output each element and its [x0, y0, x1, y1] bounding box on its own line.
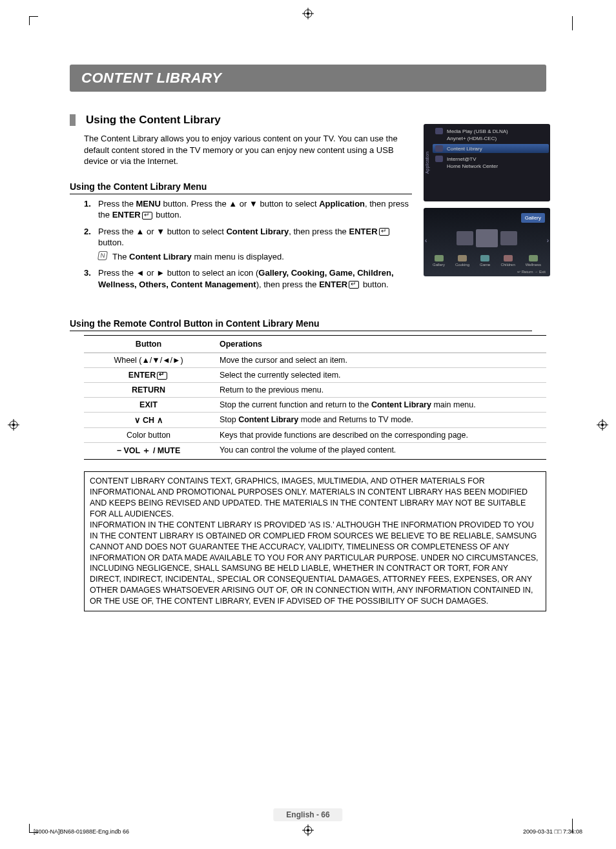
enter-icon — [157, 372, 167, 380]
imprint-filename: [8000-NA]BN68-01988E-Eng.indb 66 — [34, 828, 129, 835]
tv-content-library-screenshot: ‹ › Gallery Gallery Cooking Game Childre… — [424, 208, 550, 276]
step-number: 1. — [84, 198, 91, 210]
category-icon: Cooking — [455, 255, 469, 267]
nav-hint: ↩ Return → Exit — [426, 269, 548, 274]
selected-category-tag: Gallery — [521, 213, 545, 223]
subsection-heading: Using the Remote Control Button in Conte… — [70, 318, 532, 331]
crop-mark — [572, 16, 573, 30]
svg-point-0 — [304, 10, 312, 17]
step-item: 1. Press the MENU button. Press the ▲ or… — [84, 198, 412, 221]
op-cell: Stop the current function and return to … — [213, 398, 546, 413]
menu-item: Home Network Center — [435, 163, 546, 169]
section-heading-text: Using the Content Library — [86, 114, 221, 127]
thumbnail — [476, 229, 498, 247]
op-cell: Select the currently selected item. — [213, 368, 546, 383]
button-cell: ENTER — [84, 368, 213, 383]
table-header: Button — [84, 336, 213, 353]
button-cell: − VOL ＋ / MUTE — [84, 443, 213, 460]
arrow-right-icon: › — [547, 237, 549, 244]
table-row: ∨ CH ∧ Stop Content Library mode and Ret… — [84, 413, 546, 428]
menu-item: Internet@TV — [435, 156, 546, 162]
note-icon: N — [98, 251, 108, 260]
menu-icon — [435, 128, 443, 134]
table-row: Wheel (▲/▼/◄/►) Move the cursor and sele… — [84, 353, 546, 368]
button-cell: RETURN — [84, 383, 213, 398]
menu-item: Anynet+ (HDMI-CEC) — [435, 135, 546, 141]
svg-point-5 — [307, 829, 309, 832]
arrow-left-icon: ‹ — [425, 237, 427, 244]
svg-point-8 — [10, 421, 17, 429]
step-number: 2. — [84, 226, 91, 238]
menu-icon — [435, 145, 443, 152]
disclaimer-box: CONTENT LIBRARY CONTAINS TEXT, GRAPHICS,… — [84, 471, 546, 611]
menu-item: Media Play (USB & DLNA) — [435, 128, 546, 134]
menu-item-selected: Content Library — [433, 144, 549, 153]
crop-mark — [29, 16, 38, 25]
imprint-timestamp: 2009-03-31 □□ 7:36:08 — [523, 828, 582, 835]
enter-icon — [349, 281, 359, 289]
category-icon: Wellness — [526, 255, 541, 267]
subsection-heading: Using the Content Library Menu — [70, 181, 412, 194]
table-row: RETURN Return to the previous menu. — [84, 383, 546, 398]
menu-category-label: Application — [425, 152, 429, 174]
op-cell: You can control the volume of the played… — [213, 443, 546, 460]
heading-marker-icon — [70, 114, 76, 126]
tv-menu-screenshot: Application Media Play (USB & DLNA) Anyn… — [424, 124, 550, 201]
button-cell: Color button — [84, 428, 213, 443]
steps-list: 1. Press the MENU button. Press the ▲ or… — [84, 198, 412, 291]
op-cell: Return to the previous menu. — [213, 383, 546, 398]
step-item: 3. Press the ◄ or ► button to select an … — [84, 267, 412, 290]
category-icon: Children — [500, 255, 515, 267]
page-footer: English - 66 — [273, 808, 342, 821]
svg-point-9 — [12, 424, 15, 426]
page: CONTENT LIBRARY Using the Content Librar… — [0, 0, 616, 849]
thumbnail — [500, 231, 517, 245]
menu-icon — [435, 156, 443, 162]
enter-icon — [379, 228, 389, 236]
table-row: EXIT Stop the current function and retur… — [84, 398, 546, 413]
step-item: 2. Press the ▲ or ▼ button to select Con… — [84, 226, 412, 263]
table-row: ENTER Select the currently selected item… — [84, 368, 546, 383]
tv-screenshots: Application Media Play (USB & DLNA) Anyn… — [424, 124, 550, 283]
svg-point-13 — [601, 424, 604, 426]
button-cell: EXIT — [84, 398, 213, 413]
svg-point-4 — [304, 826, 312, 834]
table-row: Color button Keys that provide functions… — [84, 428, 546, 443]
button-cell: Wheel (▲/▼/◄/►) — [84, 353, 213, 368]
thumbnail — [457, 231, 473, 245]
registration-mark-icon — [302, 824, 314, 836]
registration-mark-icon — [302, 8, 314, 19]
intro-paragraph: The Content Library allows you to enjoy … — [84, 133, 404, 167]
svg-point-12 — [599, 421, 606, 429]
table-row: − VOL ＋ / MUTE You can control the volum… — [84, 443, 546, 460]
svg-point-1 — [307, 12, 309, 15]
enter-icon — [142, 212, 152, 220]
preview-row — [426, 223, 548, 253]
category-icon: Gallery — [433, 255, 445, 267]
op-cell: Stop Content Library mode and Returns to… — [213, 413, 546, 428]
button-cell: ∨ CH ∧ — [84, 413, 213, 428]
registration-mark-icon — [8, 419, 19, 431]
note-row: N The Content Library main menu is displ… — [98, 251, 412, 263]
category-icon: Game — [480, 255, 490, 267]
chapter-title: CONTENT LIBRARY — [70, 65, 546, 92]
step-number: 3. — [84, 267, 91, 279]
table-header: Operations — [213, 336, 546, 353]
remote-control-table: Button Operations Wheel (▲/▼/◄/►) Move t… — [84, 335, 546, 460]
category-icons: Gallery Cooking Game Children Wellness — [426, 253, 548, 269]
op-cell: Move the cursor and select an item. — [213, 353, 546, 368]
registration-mark-icon — [597, 419, 608, 431]
op-cell: Keys that provide functions are describe… — [213, 428, 546, 443]
